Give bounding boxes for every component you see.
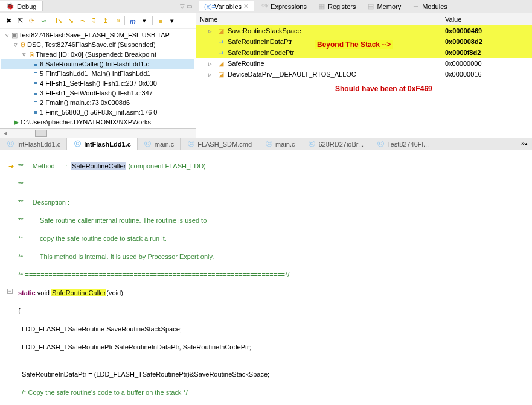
- c-file-icon: ⓒ: [187, 139, 195, 148]
- stack-frame-label: 6 SafeRoutineCaller() IntFlashLdd1.c: [40, 60, 149, 68]
- editor-tab-label: IntFlashLdd1.c: [17, 141, 60, 148]
- thread-row[interactable]: ▿⎘ Thread [ID: 0x0] (Suspended: Breakpoi…: [1, 49, 194, 59]
- launch-config-row[interactable]: ▿▣ Test82746FlashSave_FLASH_SDM_FSL USB …: [1, 30, 194, 40]
- cog-icon: ⚙: [19, 41, 27, 49]
- struct-icon: ◪: [217, 27, 225, 35]
- editor-tab[interactable]: ⓒmain.c: [258, 138, 301, 150]
- variables-header: Name Value: [196, 13, 532, 25]
- debug-scrollbar[interactable]: ◂: [0, 128, 196, 138]
- bug-icon: 🐞: [6, 2, 14, 10]
- stack-icon: ≡: [31, 89, 40, 97]
- registers-tab-label: Registers: [328, 3, 356, 10]
- variable-row[interactable]: ▹◪SafeRoutine0x00000000: [196, 58, 532, 69]
- stack-frame-row[interactable]: ≡ 1 Finit_56800_() 56F83x_init.asm:176 0: [1, 107, 194, 117]
- c-file-icon: ⓒ: [307, 139, 316, 148]
- m-icon[interactable]: m: [128, 16, 138, 26]
- memory-tab-label: Memory: [377, 3, 401, 10]
- editor-tab-label: 628RD27ioBr...: [318, 141, 364, 148]
- c-file-icon: ⓒ: [6, 139, 14, 148]
- variable-value: 0x000008d2: [441, 38, 532, 45]
- code-editor[interactable]: ➔** Method : SafeRoutineCaller (componen…: [0, 150, 532, 405]
- launch-config-label: Test82746FlashSave_FLASH_SDM_FSL USB TAP: [19, 31, 170, 39]
- expand-icon[interactable]: ▹: [208, 27, 214, 35]
- more-tabs-icon[interactable]: »₄: [516, 138, 532, 150]
- editor-tab-label: FLASH_SDM.cmd: [197, 141, 252, 148]
- modules-tab[interactable]: ☵ Modules: [407, 1, 452, 11]
- thread-label: Thread [ID: 0x0] (Suspended: Breakpoint: [36, 51, 156, 58]
- stack-frame-label: 5 FIntFlashLdd1_Main() IntFlashLdd1: [40, 70, 150, 77]
- memory-tab[interactable]: ▤ Memory: [362, 1, 406, 11]
- exe-label: C:\Users\pbecher.DYNATRONIX\NXPWorks: [21, 118, 151, 126]
- resume-icon[interactable]: ⤻: [38, 16, 48, 26]
- variable-name: SafeRoutine: [228, 60, 264, 67]
- value-column-header[interactable]: Value: [441, 13, 532, 25]
- step-into-icon[interactable]: i↘: [54, 16, 64, 26]
- c-file-icon: ⓒ: [73, 139, 82, 148]
- target-row[interactable]: ▿⚙ DSC, Test82746FlashSave.elf (Suspende…: [1, 40, 194, 49]
- restart-icon[interactable]: ⟳: [27, 16, 36, 26]
- editor-tab[interactable]: ⓒ628RD27ioBr...: [301, 138, 370, 150]
- editor-tab[interactable]: ⓒmain.c: [138, 138, 181, 150]
- stack-frame-row[interactable]: ≡ 2 Fmain() main.c:73 0x0008d6: [1, 98, 194, 107]
- editor-tab-label: main.c: [275, 141, 295, 148]
- expand-icon[interactable]: ▹: [208, 71, 214, 78]
- name-column-header[interactable]: Name: [196, 13, 441, 25]
- annotation-text: Should have been at 0xF469: [335, 85, 432, 93]
- drop-icon[interactable]: ⇥: [112, 16, 121, 26]
- registers-tab[interactable]: ▦ Registers: [313, 1, 361, 11]
- variable-value: 0x0000f8d2: [441, 49, 532, 56]
- collapse-icon[interactable]: ⇱: [15, 16, 25, 26]
- stack-frame-row[interactable]: ≡ 4 FIFsh1_SetFlash() IFsh1.c:207 0x000: [1, 78, 194, 88]
- filter-icon[interactable]: ≡: [156, 16, 165, 26]
- pointer-icon: ➜: [217, 38, 225, 46]
- expand-icon[interactable]: ▹: [208, 60, 214, 68]
- modules-icon: ☵: [412, 2, 420, 10]
- editor-tab[interactable]: ⓒFLASH_SDM.cmd: [181, 138, 258, 150]
- variable-value: 0x00000016: [441, 71, 532, 78]
- exe-row[interactable]: ▶ C:\Users\pbecher.DYNATRONIX\NXPWorks: [1, 117, 194, 127]
- variable-name: SaveRoutineStackSpace: [228, 27, 301, 34]
- stack-frame-row[interactable]: ≡ 3 FIFsh1_SetWordFlash() IFsh1.c:347: [1, 88, 194, 98]
- stack-frame-label: 3 FIFsh1_SetWordFlash() IFsh1.c:347: [40, 89, 153, 97]
- stack-frame-label: 4 FIFsh1_SetFlash() IFsh1.c:207 0x000: [40, 80, 157, 87]
- variables-tab[interactable]: (x)= Variables ✕: [199, 1, 254, 11]
- debug-tab-label: Debug: [17, 3, 36, 10]
- variable-row[interactable]: ▹◪SaveRoutineStackSpace0x00000469: [196, 25, 532, 36]
- c-file-icon: ⓒ: [264, 139, 273, 148]
- expressions-tab-label: Expressions: [271, 3, 307, 10]
- stack-frame-label: 1 Finit_56800_() 56F83x_init.asm:176 0: [40, 109, 157, 116]
- editor-tab[interactable]: ⓒIntFlashLdd1.c: [0, 138, 67, 150]
- debug-tree: ▿▣ Test82746FlashSave_FLASH_SDM_FSL USB …: [0, 29, 196, 128]
- stack-icon: ≡: [31, 80, 40, 87]
- expressions-icon: ᵉᵍ⁄: [260, 2, 269, 10]
- stack-icon: ≡: [31, 99, 40, 106]
- pointer-icon: ➜: [217, 49, 225, 57]
- fold-icon[interactable]: −: [7, 289, 13, 294]
- variable-name: DeviceDataPrv__DEFAULT_RTOS_ALLOC: [228, 71, 356, 78]
- editor-tab[interactable]: ⓒTest82746Fl...: [370, 138, 435, 150]
- editor-tab-label: main.c: [155, 141, 174, 148]
- menu-icon[interactable]: ▾: [139, 16, 149, 26]
- expressions-tab[interactable]: ᵉᵍ⁄ Expressions: [255, 1, 312, 11]
- view-menu-icon[interactable]: ▾: [167, 16, 177, 26]
- editor-tab[interactable]: ⓒIntFlashLdd1.c: [67, 138, 138, 150]
- step-down-icon[interactable]: ↧: [89, 16, 98, 26]
- modules-tab-label: Modules: [422, 3, 447, 10]
- variable-name: SafeRoutineInDataPtr: [228, 38, 292, 45]
- step-up-icon[interactable]: ↥: [100, 16, 110, 26]
- memory-icon: ▤: [367, 2, 375, 10]
- stack-frame-row[interactable]: ≡ 6 SafeRoutineCaller() IntFlashLdd1.c: [1, 59, 194, 69]
- stack-frame-row[interactable]: ≡ 5 FIntFlashLdd1_Main() IntFlashLdd1: [1, 69, 194, 78]
- arrow-marker-icon: ➔: [5, 162, 17, 171]
- editor-tabs: ⓒIntFlashLdd1.cⓒIntFlashLdd1.cⓒmain.cⓒFL…: [0, 138, 532, 150]
- variable-row[interactable]: ▹◪DeviceDataPrv__DEFAULT_RTOS_ALLOC0x000…: [196, 69, 532, 80]
- step-into2-icon[interactable]: ↘: [66, 16, 75, 26]
- debug-tab[interactable]: 🐞 Debug: [0, 1, 43, 11]
- registers-icon: ▦: [318, 2, 326, 10]
- minimize-icon[interactable]: ▽ ▭: [176, 3, 196, 10]
- struct-icon: ◪: [217, 71, 225, 78]
- close-icon[interactable]: ✕: [243, 2, 249, 10]
- remove-all-icon[interactable]: ✖: [4, 16, 13, 26]
- variable-value: 0x00000469: [441, 27, 532, 34]
- step-over-icon[interactable]: ⤼: [77, 16, 87, 26]
